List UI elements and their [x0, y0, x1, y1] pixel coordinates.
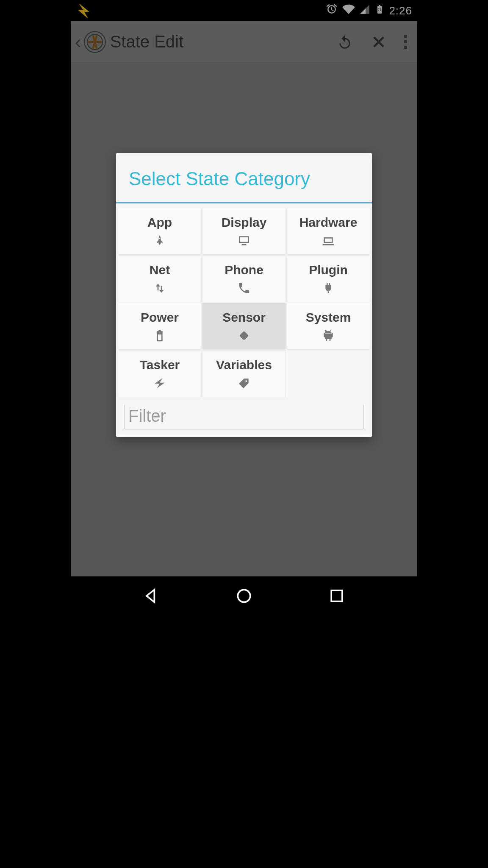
laptop-icon — [322, 234, 335, 248]
monitor-icon — [237, 234, 251, 248]
category-label: Net — [150, 263, 170, 277]
svg-rect-5 — [331, 590, 342, 601]
dialog-title: Select State Category — [116, 153, 372, 203]
category-label: App — [147, 215, 172, 230]
category-label: Plugin — [309, 263, 348, 277]
svg-rect-3 — [240, 331, 248, 339]
category-sensor[interactable]: Sensor — [202, 303, 286, 350]
category-grid: App Display Hardware — [116, 203, 372, 399]
svg-point-4 — [238, 590, 250, 602]
category-app[interactable]: App — [118, 208, 202, 255]
plug-icon — [322, 281, 335, 295]
category-phone[interactable]: Phone — [202, 255, 286, 302]
category-tasker[interactable]: Tasker — [118, 350, 202, 397]
category-label: Phone — [225, 263, 263, 277]
category-variables[interactable]: Variables — [202, 350, 286, 397]
nav-bar — [71, 576, 417, 617]
category-label: Display — [222, 215, 267, 230]
nav-home-button[interactable] — [235, 587, 253, 607]
category-label: Sensor — [222, 310, 266, 325]
category-net[interactable]: Net — [118, 255, 202, 302]
rotate-icon — [237, 329, 251, 342]
category-label: Hardware — [299, 215, 358, 230]
nav-back-button[interactable] — [142, 587, 161, 607]
nav-recent-button[interactable] — [327, 587, 346, 607]
rocket-icon — [153, 234, 166, 248]
category-label: Power — [141, 310, 179, 325]
category-system[interactable]: System — [286, 303, 370, 350]
category-plugin[interactable]: Plugin — [286, 255, 370, 302]
category-display[interactable]: Display — [202, 208, 286, 255]
android-icon — [322, 329, 335, 342]
tag-icon — [237, 376, 251, 390]
lightning-icon — [153, 376, 166, 390]
select-state-category-dialog: Select State Category App Display — [116, 153, 372, 437]
category-label: Variables — [216, 358, 272, 372]
updown-arrows-icon — [153, 281, 166, 295]
phone-icon — [237, 281, 251, 295]
category-power[interactable]: Power — [118, 303, 202, 350]
category-hardware[interactable]: Hardware — [286, 208, 370, 255]
category-label: System — [306, 310, 351, 325]
filter-input[interactable] — [125, 405, 363, 429]
category-label: Tasker — [140, 358, 180, 372]
battery-icon — [153, 329, 166, 342]
